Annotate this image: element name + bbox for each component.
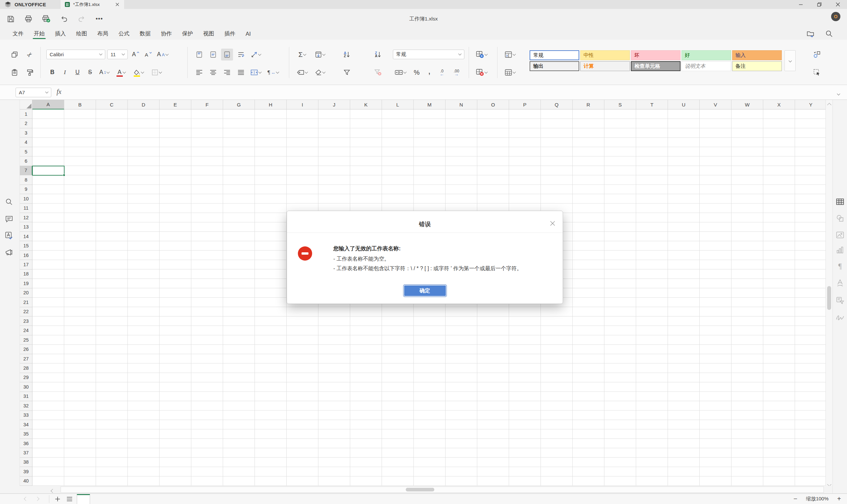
menu-tab-数据[interactable]: 数据 [140,28,151,40]
cell-styles-more-button[interactable] [784,50,796,71]
user-avatar[interactable]: O [831,12,841,21]
menu-tab-公式[interactable]: 公式 [119,28,129,40]
subscript-superscript-button[interactable]: A1 [97,67,112,78]
row-header-30[interactable]: 30 [20,382,32,392]
text-orientation-button[interactable] [248,49,263,60]
row-header-17[interactable]: 17 [20,260,32,269]
clear-filter-button[interactable] [372,67,384,78]
named-ranges-button[interactable] [295,67,310,78]
column-header-J[interactable]: J [318,100,350,109]
column-header-C[interactable]: C [96,100,128,109]
zoom-level-label[interactable]: 缩放100% [806,496,828,502]
select-range-button[interactable] [811,67,823,78]
cell-style-常规[interactable]: 常规 [530,50,579,60]
align-left-button[interactable] [193,67,205,78]
row-header-28[interactable]: 28 [20,363,32,373]
row-header-33[interactable]: 33 [20,411,32,420]
next-sheet-button[interactable] [32,494,42,504]
menu-tab-AI[interactable]: AI [246,28,251,40]
merge-cells-button[interactable] [248,67,263,78]
column-header-G[interactable]: G [223,100,255,109]
justify-button[interactable] [235,67,247,78]
row-header-20[interactable]: 20 [20,288,32,298]
format-as-table-button[interactable] [502,67,518,78]
comma-style-button[interactable]: , [424,67,435,78]
row-header-31[interactable]: 31 [20,392,32,401]
row-header-21[interactable]: 21 [20,298,32,307]
menu-tab-视图[interactable]: 视图 [203,28,214,40]
delete-cells-button[interactable] [474,67,489,78]
row-header-10[interactable]: 10 [20,194,32,203]
cell-style-好[interactable]: 好 [681,50,731,60]
signature-settings-icon[interactable] [835,313,845,322]
align-middle-button[interactable] [207,49,219,60]
column-header-Y[interactable]: Y [795,100,827,109]
previous-sheet-button[interactable] [20,494,31,504]
fill-down-button[interactable] [312,49,328,60]
sort-ascending-button[interactable]: AZ [341,49,353,60]
textart-settings-icon[interactable] [835,278,845,288]
fill-color-button[interactable] [131,67,146,78]
column-header-H[interactable]: H [255,100,287,109]
vertical-scrollbar[interactable] [826,100,832,486]
row-header-11[interactable]: 11 [20,204,32,213]
row-header-37[interactable]: 37 [20,448,32,457]
menu-tab-保护[interactable]: 保护 [182,28,193,40]
row-header-3[interactable]: 3 [20,128,32,138]
column-header-I[interactable]: I [287,100,318,109]
shape-settings-icon[interactable] [835,214,845,223]
row-header-24[interactable]: 24 [20,326,32,335]
cell-style-说明文本[interactable]: 说明文本 [681,61,731,71]
align-bottom-button[interactable] [221,49,233,60]
column-header-E[interactable]: E [159,100,191,109]
row-header-8[interactable]: 8 [20,175,32,184]
insert-cells-button[interactable] [474,49,489,60]
underline-button[interactable]: U [71,67,83,78]
row-header-26[interactable]: 26 [20,345,32,354]
menu-tab-插件[interactable]: 插件 [224,28,235,40]
borders-button[interactable] [149,67,164,78]
cell-style-中性[interactable]: 中性 [580,50,630,60]
sheet-list-button[interactable] [64,494,75,504]
search-icon[interactable] [4,197,14,206]
row-header-27[interactable]: 27 [20,354,32,363]
window-close-button[interactable] [828,0,847,9]
cut-button[interactable]: ✂ [24,49,36,60]
row-header-40[interactable]: 40 [20,476,32,486]
column-header-A[interactable]: A [32,100,64,109]
row-header-32[interactable]: 32 [20,401,32,410]
column-header-O[interactable]: O [477,100,509,109]
horizontal-scrollbar[interactable] [0,486,832,493]
horizontal-scroll-track[interactable] [60,486,824,493]
strikethrough-button[interactable]: S [84,67,96,78]
row-header-39[interactable]: 39 [20,467,32,476]
horizontal-scroll-thumb[interactable] [406,488,434,491]
row-header-18[interactable]: 18 [20,270,32,279]
row-header-23[interactable]: 23 [20,317,32,326]
row-header-6[interactable]: 6 [20,157,32,166]
row-header-29[interactable]: 29 [20,373,32,382]
menu-tab-协作[interactable]: 协作 [161,28,172,40]
column-header-X[interactable]: X [763,100,795,109]
change-case-button[interactable]: AA [155,49,170,60]
collapse-formula-bar-icon[interactable] [837,90,840,96]
feedback-icon[interactable] [4,248,14,257]
scroll-down-icon[interactable] [828,481,831,484]
row-header-2[interactable]: 2 [20,119,32,128]
row-header-15[interactable]: 15 [20,241,32,250]
window-restore-button[interactable] [810,0,828,9]
menu-tab-布局[interactable]: 布局 [97,28,108,40]
column-header-B[interactable]: B [64,100,96,109]
align-center-button[interactable] [207,67,219,78]
font-color-button[interactable]: A [114,67,129,78]
column-header-L[interactable]: L [382,100,414,109]
dialog-ok-button[interactable]: 确定 [403,284,447,297]
row-header-35[interactable]: 35 [20,429,32,438]
font-size-select[interactable]: 11 [107,50,128,59]
zoom-out-button[interactable]: − [793,495,797,503]
scroll-up-icon[interactable] [828,102,831,105]
row-header-4[interactable]: 4 [20,138,32,147]
sheet-name-input[interactable] [77,494,90,504]
column-header-P[interactable]: P [509,100,541,109]
row-header-12[interactable]: 12 [20,213,32,222]
